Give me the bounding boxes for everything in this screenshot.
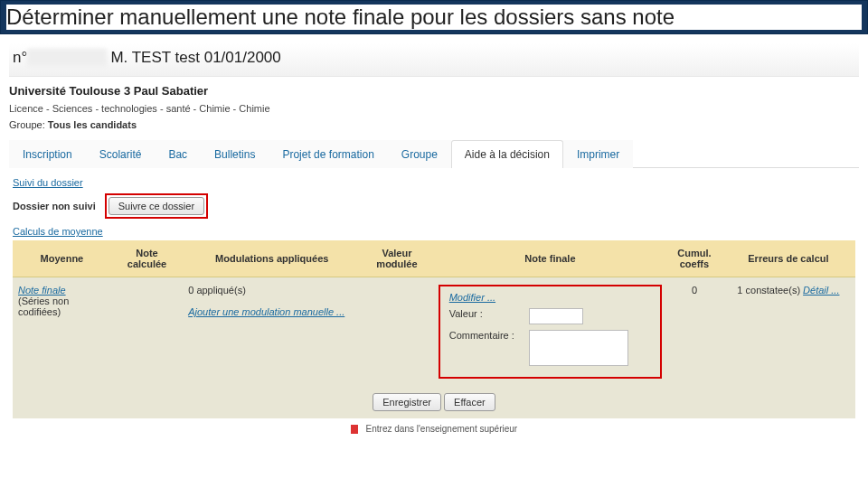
col-cumul: Cumul. coeffs bbox=[667, 240, 722, 277]
tab-scolarite[interactable]: Scolarité bbox=[86, 140, 156, 168]
follow-dossier-button[interactable]: Suivre ce dossier bbox=[108, 197, 204, 215]
footer-logo-icon bbox=[351, 425, 358, 434]
tab-bar: Inscription Scolarité Bac Bulletins Proj… bbox=[9, 139, 859, 168]
valeur-label: Valeur : bbox=[449, 308, 522, 319]
university-name: Université Toulouse 3 Paul Sabatier bbox=[9, 84, 859, 98]
col-valeur-modulee: Valeur modulée bbox=[361, 240, 432, 277]
tab-inscription[interactable]: Inscription bbox=[9, 140, 86, 168]
candidate-id-hidden: XXXXXXX bbox=[27, 49, 106, 66]
col-note-calculee: Note calculée bbox=[111, 240, 183, 277]
suivi-section-label: Suivi du dossier bbox=[13, 177, 855, 188]
follow-highlight: Suivre ce dossier bbox=[105, 193, 208, 219]
valeur-input[interactable] bbox=[529, 308, 583, 324]
save-button[interactable]: Enregistrer bbox=[373, 393, 441, 411]
tab-aide-decision[interactable]: Aide à la décision bbox=[451, 140, 563, 168]
applique-count: 0 appliqué(s) bbox=[188, 285, 246, 296]
col-erreurs: Erreurs de calcul bbox=[722, 240, 855, 277]
suivi-row: Dossier non suivi Suivre ce dossier bbox=[13, 193, 855, 219]
commentaire-input[interactable] bbox=[529, 330, 628, 366]
tab-bac[interactable]: Bac bbox=[155, 140, 201, 168]
footer-text: Entrez dans l'enseignement supérieur bbox=[366, 424, 518, 434]
tab-imprimer[interactable]: Imprimer bbox=[563, 140, 633, 168]
calculs-section-label: Calculs de moyenne bbox=[13, 226, 855, 237]
erreurs-detail-link[interactable]: Détail ... bbox=[803, 285, 839, 296]
candidate-name: M. TEST test bbox=[110, 49, 200, 66]
col-modulations: Modulations appliquées bbox=[183, 240, 361, 277]
breadcrumb: Licence - Sciences - technologies - sant… bbox=[9, 103, 859, 114]
note-finale-highlight: Modifier ... Valeur : Commentaire : bbox=[439, 285, 662, 379]
note-finale-sub: (Séries non codifiées) bbox=[18, 296, 69, 317]
cumul-value: 0 bbox=[667, 277, 722, 387]
note-finale-link[interactable]: Note finale bbox=[18, 285, 66, 296]
clear-button[interactable]: Effacer bbox=[444, 393, 495, 411]
aide-decision-panel: Suivi du dossier Dossier non suivi Suivr… bbox=[9, 168, 859, 443]
moyenne-table: Moyenne Note calculée Modulations appliq… bbox=[13, 240, 855, 418]
table-row: Note finale (Séries non codifiées) 0 app… bbox=[13, 277, 855, 387]
group-line: Groupe: Tous les candidats bbox=[9, 119, 859, 130]
footer: Entrez dans l'enseignement supérieur bbox=[13, 418, 855, 439]
candidate-dob: 01/01/2000 bbox=[204, 49, 281, 66]
col-note-finale: Note finale bbox=[433, 240, 667, 277]
action-row: Enregistrer Effacer bbox=[13, 386, 855, 418]
slide-title: Déterminer manuellement une note finale … bbox=[6, 5, 862, 30]
slide-title-bar: Déterminer manuellement une note finale … bbox=[0, 0, 868, 34]
candidate-prefix: n° bbox=[13, 49, 27, 66]
add-modulation-link[interactable]: Ajouter une modulation manuelle ... bbox=[188, 306, 344, 317]
content-area: n°XXXXXXX M. TEST test 01/01/2000 Univer… bbox=[0, 34, 868, 443]
col-moyenne: Moyenne bbox=[13, 240, 111, 277]
group-label: Groupe: bbox=[9, 119, 45, 130]
candidate-header: n°XXXXXXX M. TEST test 01/01/2000 bbox=[9, 43, 859, 77]
erreurs-count: 1 constatee(s) bbox=[737, 285, 800, 296]
tab-groupe[interactable]: Groupe bbox=[388, 140, 451, 168]
dossier-status: Dossier non suivi bbox=[13, 201, 96, 211]
commentaire-label: Commentaire : bbox=[449, 330, 522, 341]
group-value: Tous les candidats bbox=[48, 119, 137, 130]
tab-bulletins[interactable]: Bulletins bbox=[201, 140, 269, 168]
modifier-link[interactable]: Modifier ... bbox=[449, 292, 495, 303]
tab-projet[interactable]: Projet de formation bbox=[269, 140, 387, 168]
